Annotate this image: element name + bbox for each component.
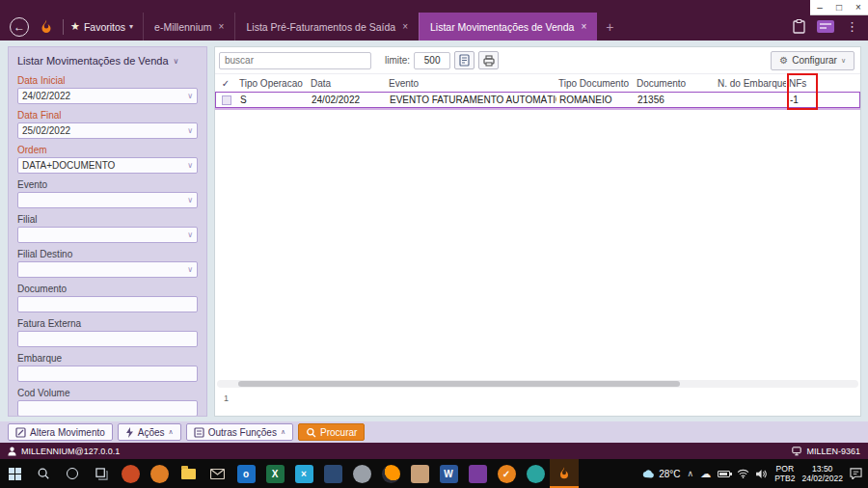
taskbar-app-browser-red[interactable] — [116, 459, 145, 488]
clock[interactable]: 13:50 24/02/2022 — [801, 464, 843, 483]
row-checkbox[interactable] — [216, 95, 237, 105]
new-tab-button[interactable]: + — [597, 13, 622, 41]
fatura-externa-input[interactable] — [17, 331, 198, 347]
taskbar-app-orange-check[interactable]: ✓ — [492, 459, 521, 488]
taskbar-app-dark-blue[interactable] — [318, 459, 347, 488]
volume-icon[interactable] — [756, 469, 768, 479]
column-header-nfs[interactable]: NFs — [786, 78, 819, 89]
acoes-button[interactable]: Ações ∧ — [118, 423, 181, 441]
taskbar-app-file-explorer[interactable] — [174, 459, 203, 488]
panels-icon[interactable] — [817, 20, 834, 33]
column-header-tipo-operacao[interactable]: Tipo Operacao — [236, 78, 308, 89]
cell-documento: 21356 — [635, 95, 716, 105]
table-row[interactable]: S 24/02/2022 EVENTO FATURAMENTO AUTOMÁTI… — [215, 92, 860, 108]
taskbar-app-word[interactable]: W — [434, 459, 463, 488]
tab-listar-movimentacoes-venda[interactable]: Listar Movimentações de Venda × — [419, 13, 597, 41]
hidden-icons-chevron[interactable]: ∧ — [688, 469, 694, 478]
status-bar: MILLENNIUM@127.0.0.1 MILLEN-9361 — [0, 443, 868, 459]
cortana-button[interactable] — [58, 459, 87, 488]
gear-icon: ⚙ — [779, 55, 788, 66]
taskbar-app-person[interactable] — [405, 459, 434, 488]
check-icon: ✓ — [222, 78, 230, 89]
print-button[interactable] — [478, 51, 499, 69]
taskbar-app-excel[interactable]: X — [260, 459, 289, 488]
documento-input[interactable] — [17, 296, 198, 312]
favorites-menu[interactable]: ★ Favoritos ▾ — [70, 20, 143, 33]
chevron-up-icon: ∧ — [169, 428, 174, 436]
close-icon[interactable]: × — [402, 21, 408, 32]
chevron-down-icon: ∨ — [174, 57, 179, 66]
maximize-button[interactable]: □ — [829, 0, 849, 14]
limit-label: limite: — [385, 55, 410, 66]
windows-logo-icon — [9, 468, 21, 480]
select-all-check[interactable]: ✓ — [215, 78, 236, 89]
results-panel: limite: ⚙ Configurar ∨ ✓ Tipo Operacao D… — [214, 46, 861, 417]
configure-button[interactable]: ⚙ Configurar ∨ — [771, 51, 854, 70]
task-view-button[interactable] — [87, 459, 116, 488]
embarque-input[interactable] — [17, 366, 198, 382]
taskbar-app-gray[interactable] — [347, 459, 376, 488]
close-icon[interactable]: × — [219, 21, 225, 32]
taskbar-search-button[interactable] — [29, 459, 58, 488]
back-button[interactable]: ← — [10, 17, 29, 37]
button-label: Ações — [138, 427, 165, 438]
export-icon — [459, 54, 470, 67]
ordem-select[interactable]: DATA+DOCUMENTO ∨ — [17, 157, 198, 174]
minimize-button[interactable]: – — [810, 0, 829, 14]
close-icon[interactable]: × — [581, 21, 586, 32]
limit-input[interactable] — [414, 52, 450, 69]
taskbar-app-outlook[interactable]: o — [231, 459, 260, 488]
field-label: Fatura Externa — [17, 318, 198, 329]
taskbar-app-firefox[interactable] — [376, 459, 405, 488]
tab-e-millennium[interactable]: e-Millennium × — [143, 13, 234, 41]
search-input[interactable] — [219, 52, 371, 69]
data-inicial-select[interactable]: 24/02/2022 ∨ — [17, 88, 198, 104]
weather-widget[interactable]: 28°C — [641, 469, 680, 479]
temperature-label: 28°C — [659, 469, 680, 479]
column-header-evento[interactable]: Evento — [386, 78, 556, 89]
field-label: Documento — [17, 284, 198, 294]
language-indicator[interactable]: POR PTB2 — [774, 464, 795, 483]
header-divider — [63, 19, 64, 35]
user-icon — [8, 447, 16, 456]
kebab-menu-icon[interactable]: ⋮ — [846, 19, 858, 34]
scrollbar-thumb[interactable] — [238, 381, 680, 387]
column-header-documento[interactable]: Documento — [634, 78, 715, 89]
onedrive-icon[interactable]: ☁ — [700, 468, 711, 480]
column-header-tipo-documento[interactable]: Tipo Documento — [556, 78, 634, 89]
outras-funcoes-button[interactable]: Outras Funções ∧ — [186, 423, 293, 441]
wifi-icon[interactable] — [737, 469, 749, 478]
tab-lista-pre-faturamentos[interactable]: Lista Pré-Faturamentos de Saída × — [234, 13, 419, 41]
column-header-data[interactable]: Data — [308, 78, 386, 89]
data-final-select[interactable]: 25/02/2022 ∨ — [17, 122, 198, 139]
notification-center-icon[interactable] — [850, 468, 862, 479]
taskbar-app-teal[interactable] — [521, 459, 550, 488]
horizontal-scrollbar[interactable] — [217, 380, 858, 388]
taskbar-app-blue-x[interactable]: × — [289, 459, 318, 488]
sidebar-title[interactable]: Listar Movimentações de Venda ∨ — [17, 55, 198, 67]
clipboard-icon[interactable] — [793, 19, 805, 34]
cod-volume-input[interactable] — [17, 400, 198, 417]
field-label: Data Inicial — [17, 75, 198, 86]
export-button[interactable] — [454, 51, 475, 69]
taskbar-app-millennium[interactable] — [550, 459, 579, 488]
system-tray: 28°C ∧ ☁ POR PTB2 13:50 24/02/2022 — [641, 464, 868, 483]
taskbar-app-mail[interactable] — [203, 459, 231, 488]
filial-destino-select[interactable]: ∨ — [17, 261, 198, 278]
battery-icon[interactable] — [718, 471, 730, 477]
altera-movimento-button[interactable]: Altera Movimento — [8, 423, 113, 441]
taskbar-app-purple[interactable] — [463, 459, 492, 488]
search-icon — [37, 467, 50, 480]
column-header-n-do-embarque[interactable]: N. do Embarque — [715, 78, 786, 89]
field-evento: Evento ∨ — [17, 179, 198, 208]
evento-select[interactable]: ∨ — [17, 192, 198, 208]
taskbar-app-browser-orange[interactable] — [145, 459, 174, 488]
millennium-logo-icon — [37, 17, 56, 37]
start-button[interactable] — [0, 459, 29, 488]
plus-icon: + — [606, 19, 613, 35]
sidebar-title-label: Listar Movimentações de Venda — [17, 55, 169, 67]
procurar-button[interactable]: Procurar — [298, 423, 365, 441]
close-button[interactable]: × — [849, 0, 868, 14]
filial-select[interactable]: ∨ — [17, 227, 198, 243]
search-icon — [306, 427, 316, 438]
